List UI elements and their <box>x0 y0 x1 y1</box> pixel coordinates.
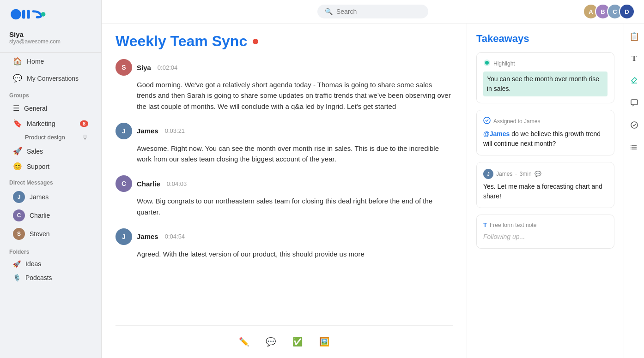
sidebar-item-james[interactable]: J James <box>4 188 97 206</box>
highlight-type-icon <box>483 59 491 68</box>
sidebar-item-label: Product design <box>25 134 65 141</box>
avatar: C <box>115 175 132 192</box>
sidebar-item-home[interactable]: 🏠 Home <box>4 53 97 69</box>
sidebar-item-label: James <box>30 193 49 201</box>
assign-type-icon <box>483 117 491 125</box>
comment-button[interactable]: 💬 <box>262 333 279 351</box>
messages-list: S Siya 0:02:04 Good morning. We've got a… <box>115 59 453 325</box>
text-tool[interactable]: T <box>627 51 642 66</box>
avatar: S <box>13 228 25 240</box>
message-block: J James 0:03:21 Awesome. Right now. You … <box>115 123 453 165</box>
live-indicator <box>253 39 258 44</box>
sidebar-item-label: General <box>24 105 47 112</box>
takeaway-type-label: Assigned to James <box>493 118 540 125</box>
message-sender: James <box>137 127 158 135</box>
highlighted-text: You can see the month over month rise in… <box>483 72 608 96</box>
takeaways-panel: Takeaways Highlight You can see the mont… <box>467 24 624 358</box>
sidebar-item-marketing[interactable]: 🔖 Marketing 8 <box>4 116 97 131</box>
message-sender: James <box>137 233 158 240</box>
svg-point-3 <box>41 12 46 17</box>
svg-point-13 <box>631 147 632 148</box>
takeaway-card-highlight: Highlight You can see the month over mon… <box>476 52 614 103</box>
message-text: Wow. Big congrats to our northeastern sa… <box>115 196 453 217</box>
message-time: 0:02:04 <box>158 64 177 71</box>
svg-point-12 <box>631 145 632 146</box>
avatar: C <box>13 209 25 221</box>
message-time: 0:03:21 <box>165 127 185 134</box>
main-area: 🔍 A B C D Weekly Team Sync S Siya <box>102 0 644 358</box>
takeaway-card-freeform: T Free form text note Following up... <box>476 215 614 249</box>
sidebar-item-product-design[interactable]: Product design 🎙 <box>4 131 97 143</box>
message-header: S Siya 0:02:04 <box>115 59 453 76</box>
content-area: Weekly Team Sync S Siya 0:02:04 Good mor… <box>102 24 644 358</box>
sidebar-item-label: My Conversations <box>27 75 79 82</box>
takeaway-type: Highlight <box>483 59 608 68</box>
svg-rect-1 <box>22 10 25 18</box>
message-text: Awesome. Right now. You can see the mont… <box>115 143 453 165</box>
dm-label: Direct Messages <box>0 174 101 188</box>
sidebar-item-label: Charlie <box>30 212 50 219</box>
sidebar-item-ideas[interactable]: 🚀 Ideas <box>4 257 97 270</box>
message-block: S Siya 0:02:04 Good morning. We've got a… <box>115 59 453 112</box>
takeaway-text: You can see the month over month rise in… <box>483 72 608 96</box>
check-tool[interactable] <box>627 118 642 132</box>
takeaway-type-label: Free form text note <box>490 222 536 228</box>
message-time: 0:04:54 <box>165 233 185 240</box>
sidebar-item-label: Sales <box>27 148 43 155</box>
assign-button[interactable]: ✅ <box>289 333 306 351</box>
takeaway-text: Yes. Let me make a forecasting chart and… <box>483 182 608 201</box>
svg-point-5 <box>485 61 489 65</box>
right-toolbar: 📋 T <box>624 24 644 358</box>
comment-tool[interactable] <box>627 95 642 110</box>
folders-label: Folders <box>0 243 101 257</box>
highlight-button[interactable]: ✏️ <box>235 333 253 351</box>
message-block: C Charlie 0:04:03 Wow. Big congrats to o… <box>115 175 453 217</box>
support-icon: 😊 <box>13 162 22 171</box>
highlight-tool[interactable] <box>627 73 642 88</box>
groups-label: Groups <box>0 87 101 101</box>
sidebar-item-label: Support <box>27 163 49 170</box>
sidebar-item-podcasts[interactable]: 🎙️ Podcasts <box>4 271 97 284</box>
takeaway-type: Assigned to James <box>483 117 608 125</box>
sidebar-item-label: Podcasts <box>25 274 52 281</box>
reply-icon: 💬 <box>535 171 541 177</box>
sidebar-item-label: Ideas <box>25 260 41 268</box>
user-email: siya@awesome.com <box>9 38 92 45</box>
sidebar-item-general[interactable]: ☰ General <box>4 101 97 115</box>
avatar: J <box>483 169 493 179</box>
notes-tool[interactable]: 📋 <box>627 29 642 44</box>
message-header: J James 0:03:21 <box>115 123 453 139</box>
list-tool[interactable] <box>627 140 642 155</box>
marketing-badge: 8 <box>80 120 88 127</box>
message-block: J James 0:04:54 Agreed. With the latest … <box>115 228 453 259</box>
mic-icon: 🎙 <box>82 134 88 141</box>
avatar: S <box>115 59 132 76</box>
image-button[interactable]: 🖼️ <box>316 333 333 351</box>
takeaway-card-reply: J James · 3min 💬 Yes. Let me make a fore… <box>476 162 614 208</box>
user-name: Siya <box>9 30 92 38</box>
chat-toolbar: ✏️ 💬 ✅ 🖼️ <box>115 325 453 358</box>
chat-area: Weekly Team Sync S Siya 0:02:04 Good mor… <box>102 24 467 358</box>
sidebar-item-support[interactable]: 😊 Support <box>4 159 97 173</box>
avatar: J <box>13 191 25 203</box>
app-logo <box>0 0 101 27</box>
search-input[interactable] <box>336 8 421 15</box>
svg-rect-2 <box>27 10 30 18</box>
message-header: J James 0:04:54 <box>115 228 453 245</box>
sidebar-item-my-conversations[interactable]: 💬 My Conversations <box>4 70 97 86</box>
sidebar-item-steven[interactable]: S Steven <box>4 225 97 243</box>
sidebar-item-label: Steven <box>30 230 50 238</box>
takeaway-freeform-text: Following up... <box>483 232 608 242</box>
ideas-icon: 🚀 <box>13 260 21 268</box>
topbar: 🔍 A B C D <box>102 0 644 24</box>
svg-rect-7 <box>631 100 638 105</box>
sales-icon: 🚀 <box>13 147 22 155</box>
marketing-icon: 🔖 <box>13 119 22 128</box>
sidebar-item-sales[interactable]: 🚀 Sales <box>4 144 97 158</box>
chat-title: Weekly Team Sync <box>115 33 453 50</box>
reply-separator: · <box>515 171 516 177</box>
takeaway-type-label: Highlight <box>493 60 515 67</box>
search-bar[interactable]: 🔍 <box>317 5 428 18</box>
sidebar: Siya siya@awesome.com 🏠 Home 💬 My Conver… <box>0 0 102 358</box>
sidebar-item-charlie[interactable]: C Charlie <box>4 207 97 224</box>
